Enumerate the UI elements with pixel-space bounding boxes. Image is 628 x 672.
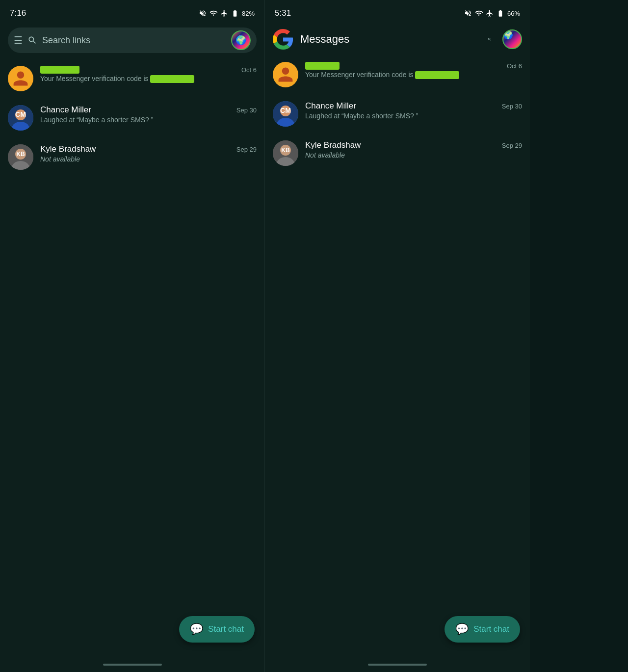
right-airplane-icon — [486, 9, 494, 17]
right-search-icon[interactable] — [484, 33, 496, 45]
left-conv-top-verification: Oct 6 — [40, 66, 257, 74]
left-conv-preview-verification: Your Messenger verification code is — [40, 75, 257, 83]
right-chat-bubble-icon: 💬 — [455, 623, 469, 636]
left-avatar-verification — [8, 66, 33, 91]
left-conv-name-kyle: Kyle Bradshaw — [40, 144, 96, 154]
right-phone-panel: 5:31 66% Messages 🌍 — [265, 0, 530, 672]
svg-text:CM: CM — [280, 107, 291, 114]
right-conv-date-kyle: Sep 29 — [502, 142, 522, 149]
left-redacted-name — [40, 66, 79, 74]
right-verification-text-prefix: Your Messenger verification code is — [305, 71, 415, 79]
google-logo — [273, 29, 293, 50]
chance-avatar-img: CM — [8, 105, 33, 131]
search-input-text: Search links — [42, 35, 226, 46]
left-status-bar: 7:16 82% — [0, 0, 264, 24]
left-conv-date-kyle: Sep 29 — [236, 146, 257, 153]
right-status-bar: 5:31 66% — [265, 0, 530, 24]
right-avatar-verification — [273, 62, 298, 87]
right-start-chat-button[interactable]: 💬 Start chat — [445, 616, 520, 643]
left-conv-content-verification: Oct 6 Your Messenger verification code i… — [40, 66, 257, 83]
right-conv-preview-chance: Laughed at “Maybe a shorter SMS? ” — [305, 112, 522, 120]
svg-text:CM: CM — [15, 110, 26, 118]
left-conv-date-chance: Sep 30 — [236, 107, 257, 114]
left-fab-label: Start chat — [208, 624, 244, 634]
svg-text:KB: KB — [16, 151, 25, 158]
left-search-bar[interactable]: ☰ Search links 🌍 — [8, 27, 257, 53]
right-conv-content-chance: Chance Miller Sep 30 Laughed at “Maybe a… — [305, 101, 522, 120]
right-conv-name-chance: Chance Miller — [305, 101, 356, 111]
left-user-avatar[interactable]: 🌍 — [231, 30, 251, 50]
right-status-icons: 66% — [464, 9, 520, 17]
left-conversation-list: Oct 6 Your Messenger verification code i… — [0, 59, 264, 657]
left-conv-item-kyle[interactable]: KB Kyle Bradshaw Sep 29 Not available — [0, 137, 264, 177]
right-chance-avatar-img: CM — [273, 101, 298, 127]
left-avatar-chance: CM — [8, 105, 33, 131]
right-conv-date-chance: Sep 30 — [502, 103, 522, 110]
battery-icon — [231, 9, 239, 17]
right-person-icon — [277, 66, 294, 83]
right-kyle-avatar-img: KB — [273, 140, 298, 166]
left-chat-bubble-icon: 💬 — [190, 623, 203, 636]
left-conv-item-chance[interactable]: CM Chance Miller Sep 30 Laughed at “Mayb… — [0, 98, 264, 137]
right-conv-preview-kyle: Not available — [305, 151, 522, 159]
right-conv-item-chance[interactable]: CM Chance Miller Sep 30 Laughed at “Mayb… — [265, 94, 530, 134]
left-home-indicator — [0, 657, 264, 672]
left-time: 7:16 — [10, 8, 26, 18]
left-conv-top-chance: Chance Miller Sep 30 — [40, 105, 257, 115]
right-conv-content-kyle: Kyle Bradshaw Sep 29 Not available — [305, 140, 522, 159]
right-user-avatar[interactable]: 🌍 — [502, 29, 522, 49]
left-conv-content-kyle: Kyle Bradshaw Sep 29 Not available — [40, 144, 257, 163]
wifi-icon — [209, 9, 217, 17]
right-messages-header: Messages 🌍 — [265, 24, 530, 55]
right-wifi-icon — [475, 9, 483, 17]
right-conv-item-verification[interactable]: Oct 6 Your Messenger verification code i… — [265, 55, 530, 94]
right-battery: 66% — [507, 10, 520, 17]
left-home-bar — [103, 664, 162, 666]
kyle-avatar-img: KB — [8, 144, 33, 170]
left-redacted-code — [150, 75, 194, 83]
mute-icon — [199, 9, 207, 17]
left-conv-item-verification[interactable]: Oct 6 Your Messenger verification code i… — [0, 59, 264, 98]
right-conv-preview-verification: Your Messenger verification code is — [305, 71, 522, 79]
left-conv-content-chance: Chance Miller Sep 30 Laughed at “Maybe a… — [40, 105, 257, 124]
right-conv-name-kyle: Kyle Bradshaw — [305, 140, 361, 150]
right-mute-icon — [464, 9, 472, 17]
right-conversation-list: Oct 6 Your Messenger verification code i… — [265, 55, 530, 657]
right-time: 5:31 — [275, 8, 291, 18]
left-phone-panel: 7:16 82% ☰ Search links 🌍 — [0, 0, 265, 672]
left-conv-preview-chance: Laughed at “Maybe a shorter SMS? ” — [40, 116, 257, 124]
right-home-indicator — [265, 657, 530, 672]
right-battery-icon — [497, 9, 504, 17]
right-home-bar — [368, 664, 427, 666]
left-avatar-kyle: KB — [8, 144, 33, 170]
right-fab-label: Start chat — [473, 624, 509, 634]
right-conv-top-verification: Oct 6 — [305, 62, 522, 70]
right-conv-top-kyle: Kyle Bradshaw Sep 29 — [305, 140, 522, 150]
right-avatar-kyle: KB — [273, 140, 298, 166]
verification-text-prefix: Your Messenger verification code is — [40, 75, 150, 82]
right-redacted-name — [305, 62, 340, 70]
right-conv-item-kyle[interactable]: KB Kyle Bradshaw Sep 29 Not available — [265, 134, 530, 173]
search-icon — [27, 35, 37, 45]
right-redacted-code — [415, 71, 459, 79]
right-conv-date-verification: Oct 6 — [507, 62, 522, 70]
left-conv-preview-kyle: Not available — [40, 155, 257, 163]
right-avatar-chance: CM — [273, 101, 298, 127]
menu-icon[interactable]: ☰ — [14, 34, 23, 46]
svg-text:KB: KB — [281, 147, 290, 154]
left-conv-date-verification: Oct 6 — [241, 66, 257, 74]
right-conv-content-verification: Oct 6 Your Messenger verification code i… — [305, 62, 522, 79]
right-conv-top-chance: Chance Miller Sep 30 — [305, 101, 522, 111]
left-battery: 82% — [242, 10, 255, 17]
person-icon — [12, 70, 29, 87]
left-start-chat-button[interactable]: 💬 Start chat — [179, 616, 255, 643]
left-status-icons: 82% — [199, 9, 255, 17]
airplane-icon — [220, 9, 228, 17]
left-conv-name-chance: Chance Miller — [40, 105, 91, 115]
left-conv-top-kyle: Kyle Bradshaw Sep 29 — [40, 144, 257, 154]
messages-title: Messages — [300, 33, 477, 46]
